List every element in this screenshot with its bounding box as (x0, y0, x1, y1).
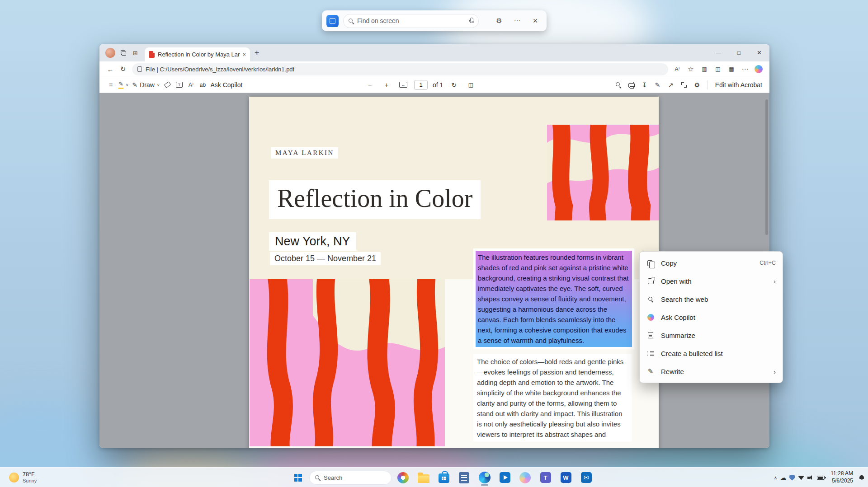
highlighted-paragraph[interactable]: The illustration features rounded forms … (476, 251, 632, 347)
search-icon (648, 297, 653, 302)
find-search-box[interactable] (343, 14, 479, 28)
menu-item-search-the-web[interactable]: Search the web (640, 290, 783, 308)
browser-more-button[interactable]: ⋯ (739, 63, 751, 75)
fit-width-icon: ↔ (399, 82, 407, 88)
erase-button[interactable] (162, 79, 174, 91)
page-number-input[interactable] (414, 80, 428, 90)
edge-icon (479, 472, 491, 483)
find-input[interactable] (357, 17, 466, 24)
chevron-down-icon: ∨ (126, 83, 129, 87)
taskbar-app-store[interactable] (435, 468, 453, 487)
clock-time: 11:28 AM (830, 470, 853, 478)
find-settings-button[interactable]: ⚙ (492, 14, 506, 28)
extensions-button[interactable]: ▦ (725, 63, 738, 75)
copilot-icon (647, 314, 654, 321)
weather-temp: 78°F (23, 471, 37, 478)
taskbar-search-box[interactable] (309, 471, 392, 485)
document-author: MAYA LARKIN (271, 147, 338, 159)
zoom-out-button[interactable]: − (364, 79, 376, 91)
fullscreen-icon (681, 82, 687, 88)
tab-close-icon[interactable]: × (242, 51, 246, 58)
save-button[interactable]: ↧ (639, 79, 651, 91)
taskbar-app-copilot[interactable] (516, 468, 534, 487)
taskbar-clock[interactable]: 11:28 AM 5/6/2025 (830, 470, 853, 484)
ask-copilot-label: Ask Copilot (211, 81, 243, 89)
highlighted-paragraph-box[interactable]: The illustration features rounded forms … (473, 248, 634, 349)
split-screen-button[interactable]: ◫ (712, 63, 724, 75)
taskbar-app-teams[interactable]: T (537, 468, 554, 487)
maximize-button[interactable]: □ (729, 44, 749, 61)
menu-item-copy[interactable]: Copy Ctrl+C (640, 254, 783, 272)
profile-avatar[interactable] (105, 48, 115, 58)
taskbar-app-movies-tv[interactable] (496, 468, 514, 487)
fullscreen-button[interactable] (678, 79, 690, 91)
scrollbar[interactable] (765, 99, 768, 235)
new-tab-button[interactable]: + (255, 48, 259, 58)
find-close-button[interactable]: × (528, 14, 542, 28)
read-aloud-button[interactable]: A⁾ (671, 63, 684, 75)
menu-item-open-with[interactable]: Open with › (640, 272, 783, 290)
taskbar-app-outlook[interactable]: ✉ (577, 468, 595, 487)
pdf-settings-button[interactable]: ⚙ (691, 79, 703, 91)
annotate-button[interactable]: ✎ (652, 79, 664, 91)
summarize-icon (648, 332, 653, 338)
notepad-icon (459, 472, 469, 483)
menu-item-rewrite[interactable]: ✎ Rewrite › (640, 362, 783, 380)
window-close-button[interactable]: × (749, 44, 769, 61)
highlight-button[interactable]: ✎ ∨ (117, 79, 131, 91)
outlook-icon: ✉ (581, 472, 592, 483)
taskbar-search-input[interactable] (324, 474, 378, 481)
pdf-toolbar: ≡ ✎ ∨ ✎ Draw ∨ T A⁾ ab Ask Copilot (99, 77, 769, 93)
favorites-button[interactable]: ☆ (684, 63, 697, 75)
copilot-button[interactable] (752, 63, 765, 75)
menu-item-ask-copilot[interactable]: Ask Copilot (640, 308, 783, 326)
refresh-button[interactable]: ↻ (117, 63, 129, 75)
read-aloud-pdf-button[interactable]: A⁾ (185, 79, 197, 91)
microphone-icon[interactable] (469, 18, 473, 24)
edit-with-acrobat-button[interactable]: Edit with Acrobat (715, 81, 762, 89)
visual-search-icon[interactable] (326, 15, 339, 27)
back-button[interactable]: ← (104, 63, 117, 75)
url-field[interactable]: File | C:/Users/Onedrive/s_izza/loveni/v… (132, 63, 668, 75)
browser-tab[interactable]: Reflection in Color by Maya Lark × (145, 47, 250, 61)
search-icon (616, 82, 621, 87)
weather-widget[interactable]: 78°F Sunny (6, 468, 39, 487)
add-text-button[interactable]: T (174, 79, 185, 91)
taskbar-app-photos[interactable] (394, 468, 412, 487)
taskbar-app-edge[interactable] (476, 468, 493, 487)
draw-button[interactable]: ✎ Draw ∨ (131, 79, 162, 91)
pdf-search-button[interactable] (613, 79, 624, 91)
notification-bell-icon[interactable] (859, 475, 864, 480)
menu-item-create-bulleted-list[interactable]: Create a bulleted list (640, 344, 783, 362)
start-button[interactable] (289, 469, 307, 486)
print-button[interactable] (626, 79, 637, 91)
desktop[interactable]: ⚙ ⋯ × ⊞ Reflection in Color by Maya Lark… (0, 0, 868, 487)
tab-actions-button[interactable] (118, 47, 129, 59)
menu-item-summarize[interactable]: Summarize (640, 326, 783, 344)
taskbar-app-notepad[interactable] (455, 468, 473, 487)
translate-icon: ab (200, 82, 206, 88)
ask-copilot-button[interactable]: Ask Copilot (209, 79, 245, 91)
page-view-button[interactable]: ◫ (465, 79, 476, 91)
minimize-button[interactable]: — (708, 44, 729, 61)
find-more-button[interactable]: ⋯ (510, 14, 524, 28)
battery-icon[interactable] (817, 476, 825, 480)
taskbar-app-word[interactable]: W (557, 468, 575, 487)
document-dates: October 15 — November 21 (270, 252, 381, 265)
table-of-contents-button[interactable]: ≡ (105, 79, 117, 91)
volume-icon[interactable] (807, 475, 814, 480)
translate-button[interactable]: ab (197, 79, 209, 91)
security-shield-icon[interactable] (789, 475, 795, 481)
zoom-in-button[interactable]: + (381, 79, 392, 91)
onedrive-icon[interactable]: ☁ (780, 474, 786, 481)
workspaces-button[interactable]: ⊞ (129, 47, 141, 59)
wifi-icon[interactable] (798, 475, 804, 480)
taskbar: 78°F Sunny (0, 467, 868, 487)
taskbar-app-file-explorer[interactable] (415, 468, 432, 487)
share-button[interactable]: ↗ (665, 79, 677, 91)
collections-button[interactable]: ▥ (698, 63, 711, 75)
rotate-button[interactable]: ↻ (448, 79, 460, 91)
hidden-icons-button[interactable]: ∧ (774, 475, 777, 480)
fit-to-width-button[interactable]: ↔ (397, 79, 409, 91)
pdf-file-icon (149, 51, 155, 58)
